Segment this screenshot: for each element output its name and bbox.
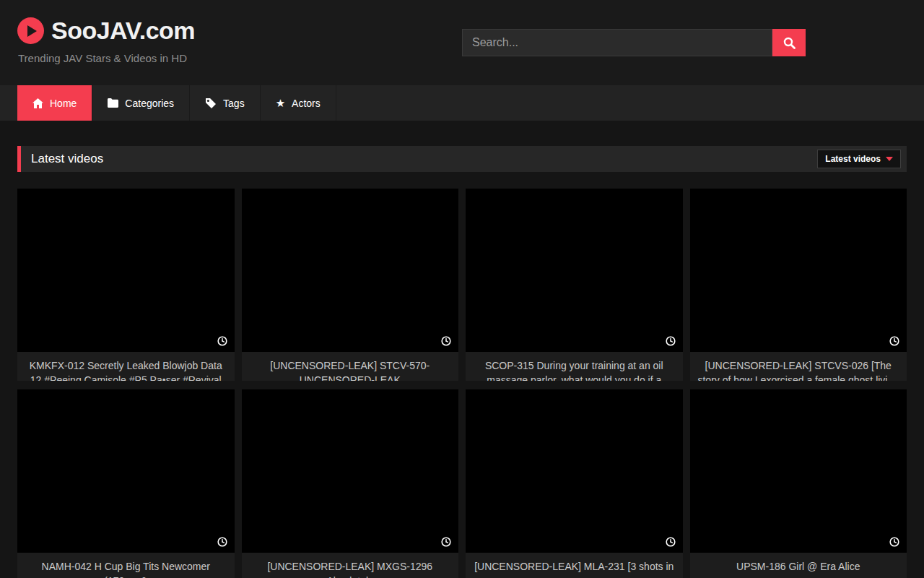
nav-item-categories[interactable]: Categories (92, 85, 190, 121)
home-icon (32, 98, 43, 108)
video-title: [UNCENSORED-LEAK] MLA-231 [3 shots in (466, 553, 683, 578)
clock-icon (666, 336, 676, 346)
video-title: KMKFX-012 Secretly Leaked Blowjob Data 1… (17, 352, 235, 381)
nav-item-label: Home (50, 98, 77, 109)
video-card[interactable]: NAMH-042 H Cup Big Tits Newcomer (170cm … (17, 389, 235, 578)
video-card[interactable]: SCOP-315 During your training at an oil … (466, 189, 683, 381)
section-header: Latest videos Latest videos (17, 146, 907, 172)
nav-item-tags[interactable]: Tags (190, 85, 261, 121)
video-grid: KMKFX-012 Secretly Leaked Blowjob Data 1… (17, 189, 907, 578)
video-title: SCOP-315 During your training at an oil … (466, 352, 683, 381)
clock-icon (441, 537, 451, 547)
video-card[interactable]: [UNCENSORED-LEAK] STCV-570-UNCENSORED-LE… (242, 189, 459, 381)
video-card[interactable]: [UNCENSORED-LEAK] STCVS-026 [The story o… (690, 189, 907, 381)
clock-icon (666, 537, 676, 547)
clock-icon (217, 336, 227, 346)
section-title: Latest videos (31, 152, 103, 166)
nav-item-home[interactable]: Home (17, 85, 92, 121)
star-icon: ★ (276, 98, 285, 108)
chevron-down-icon (886, 157, 893, 161)
video-thumbnail[interactable] (466, 389, 683, 553)
video-title: [UNCENSORED-LEAK] STCV-570-UNCENSORED-LE… (242, 352, 459, 381)
nav-item-label: Tags (223, 98, 245, 109)
video-thumbnail[interactable] (242, 189, 459, 352)
clock-icon (441, 336, 451, 346)
clock-icon (889, 336, 899, 346)
video-thumbnail[interactable] (690, 189, 907, 352)
video-thumbnail[interactable] (690, 389, 907, 553)
video-thumbnail[interactable] (17, 389, 235, 553)
video-title: [UNCENSORED-LEAK] STCVS-026 [The story o… (690, 352, 907, 381)
site-title: SooJAV.com (51, 17, 195, 45)
main-nav: Home Categories Tags ★ Actors (0, 85, 924, 121)
folder-icon (108, 98, 118, 108)
main-content: Latest videos Latest videos KMKFX-012 Se… (0, 146, 924, 578)
clock-icon (217, 537, 227, 547)
search-bar (462, 29, 806, 56)
tag-icon (205, 98, 217, 108)
video-card[interactable]: UPSM-186 Girl @ Era Alice (690, 389, 907, 578)
search-icon (783, 37, 796, 49)
search-button[interactable] (772, 29, 806, 56)
video-thumbnail[interactable] (466, 189, 683, 352)
search-input[interactable] (462, 29, 772, 56)
video-card[interactable]: [UNCENSORED-LEAK] MXGS-1296 Absolutely (242, 389, 459, 578)
video-thumbnail[interactable] (17, 189, 235, 352)
video-title: NAMH-042 H Cup Big Tits Newcomer (170cm … (17, 553, 235, 578)
site-header: SooJAV.com Trending JAV Stars & Videos i… (0, 0, 924, 85)
video-title: [UNCENSORED-LEAK] MXGS-1296 Absolutely (242, 553, 459, 578)
video-card[interactable]: [UNCENSORED-LEAK] MLA-231 [3 shots in (466, 389, 683, 578)
nav-item-actors[interactable]: ★ Actors (261, 85, 336, 121)
video-title: UPSM-186 Girl @ Era Alice (690, 553, 907, 578)
site-logo[interactable]: SooJAV.com (17, 17, 195, 45)
nav-item-label: Actors (292, 98, 321, 109)
sort-dropdown-label: Latest videos (825, 154, 881, 164)
play-icon (17, 17, 44, 44)
video-card[interactable]: KMKFX-012 Secretly Leaked Blowjob Data 1… (17, 189, 235, 381)
sort-dropdown-button[interactable]: Latest videos (817, 150, 901, 168)
site-tagline: Trending JAV Stars & Videos in HD (18, 52, 187, 64)
clock-icon (889, 537, 899, 547)
video-thumbnail[interactable] (242, 389, 459, 553)
nav-item-label: Categories (125, 98, 174, 109)
